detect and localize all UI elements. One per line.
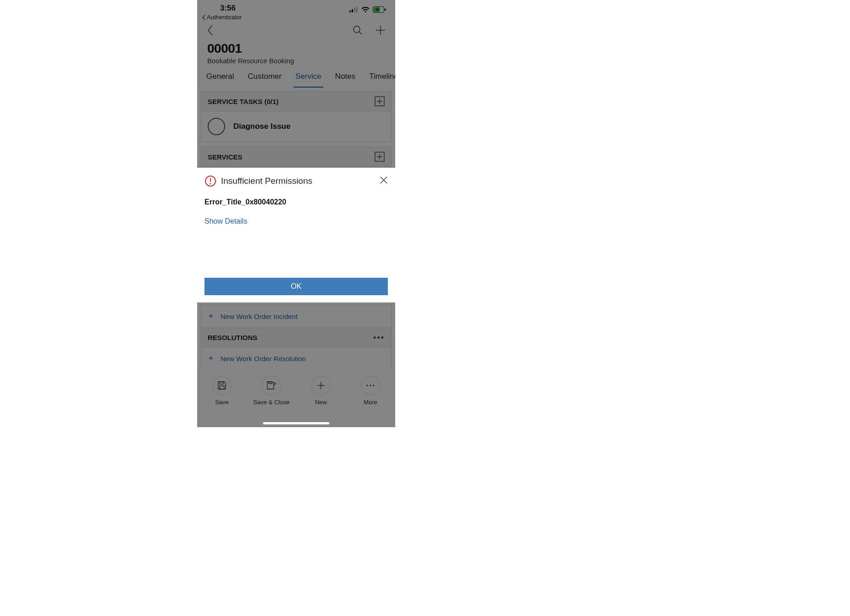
home-indicator[interactable] bbox=[263, 422, 330, 424]
svg-point-27 bbox=[210, 183, 211, 185]
ok-button[interactable]: OK bbox=[204, 278, 388, 295]
phone-frame: 3:56 Authenticator bbox=[197, 0, 395, 427]
error-icon bbox=[204, 175, 216, 187]
dialog-title: Insufficient Permissions bbox=[221, 176, 312, 186]
close-icon bbox=[380, 176, 388, 184]
show-details-link[interactable]: Show Details bbox=[204, 217, 247, 226]
dialog-error-code: Error_Title_0x80040220 bbox=[204, 198, 388, 206]
dialog-close-button[interactable] bbox=[380, 176, 388, 186]
error-dialog: Insufficient Permissions Error_Title_0x8… bbox=[197, 168, 395, 302]
